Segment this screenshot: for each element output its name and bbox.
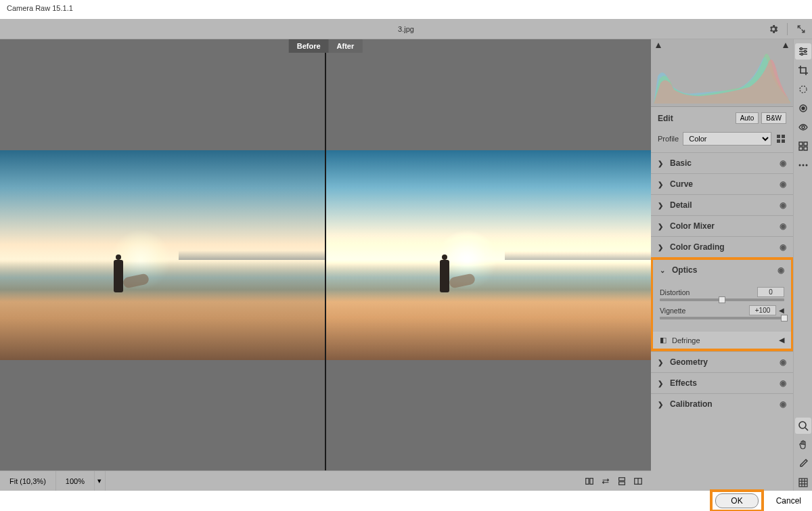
settings-icon[interactable]: [767, 22, 780, 36]
preview-footer: Fit (10,3%) 100% ▾: [0, 470, 651, 491]
tool-rail: [793, 39, 812, 491]
edit-panel: Edit Auto B&W Profile Color ❯Basic◉ ❯Cur…: [651, 39, 793, 491]
reset-arrow-icon[interactable]: ◀: [779, 307, 784, 314]
expand-arrow-icon[interactable]: ◀: [779, 336, 784, 345]
visibility-icon[interactable]: ◉: [780, 221, 786, 231]
color-sampler-icon[interactable]: [795, 456, 811, 472]
svg-rect-32: [799, 479, 807, 487]
svg-line-31: [805, 428, 808, 430]
svg-rect-6: [777, 135, 780, 138]
defringe-row[interactable]: ◧ Defringe ◀: [653, 332, 791, 349]
profile-browser-icon[interactable]: [775, 133, 786, 144]
swap-icon[interactable]: [598, 474, 613, 489]
svg-point-28: [802, 164, 804, 166]
hand-tool-icon[interactable]: [795, 437, 811, 453]
highlight-clipping-icon[interactable]: [782, 42, 789, 49]
distortion-slider[interactable]: Distortion0: [660, 287, 784, 301]
svg-rect-26: [804, 147, 807, 150]
section-optics[interactable]: ⌄ Optics ◉: [653, 260, 791, 280]
crop-tool-icon[interactable]: [795, 62, 811, 79]
ok-button[interactable]: OK: [715, 493, 758, 508]
chevron-right-icon: ❯: [658, 181, 664, 188]
vignette-value[interactable]: +100: [749, 305, 776, 315]
zoom-tool-icon[interactable]: [795, 418, 811, 434]
edit-header: Edit Auto B&W: [651, 107, 793, 129]
chevron-right-icon: ❯: [658, 359, 664, 366]
svg-point-27: [798, 164, 800, 166]
zoom-fit-button[interactable]: Fit (10,3%): [0, 471, 56, 491]
chevron-right-icon: ❯: [658, 202, 664, 209]
profile-label: Profile: [658, 135, 679, 143]
file-name: 3.jpg: [398, 25, 414, 33]
app-title: Camera Raw 15.1.1: [7, 4, 73, 12]
compare-split-h-icon[interactable]: [614, 474, 629, 489]
svg-rect-24: [804, 142, 807, 146]
visibility-icon[interactable]: ◉: [777, 265, 784, 275]
shadow-clipping-icon[interactable]: [655, 42, 662, 49]
preview-area: Before After Fit (10,3%) 100% ▾: [0, 39, 651, 491]
distortion-value[interactable]: 0: [757, 287, 784, 297]
before-label[interactable]: Before: [289, 39, 329, 53]
section-effects[interactable]: ❯Effects◉: [651, 373, 793, 393]
visibility-icon[interactable]: ◉: [780, 242, 786, 252]
fullscreen-icon[interactable]: [794, 22, 808, 36]
svg-rect-23: [799, 142, 803, 146]
profile-row: Profile Color: [651, 129, 793, 152]
visibility-icon[interactable]: ◉: [780, 158, 786, 168]
visibility-icon[interactable]: ◉: [780, 399, 786, 409]
presets-icon[interactable]: [795, 138, 811, 154]
section-curve[interactable]: ❯Curve◉: [651, 174, 793, 194]
vignette-label: Vignette: [660, 307, 685, 315]
svg-point-19: [800, 86, 807, 93]
section-geometry[interactable]: ❯Geometry◉: [651, 352, 793, 372]
dialog-buttons: OK Cancel: [0, 491, 812, 511]
section-detail[interactable]: ❯Detail◉: [651, 195, 793, 215]
visibility-icon[interactable]: ◉: [780, 378, 786, 388]
svg-rect-1: [590, 478, 593, 484]
after-label[interactable]: After: [329, 39, 363, 53]
section-color-mixer[interactable]: ❯Color Mixer◉: [651, 216, 793, 236]
auto-button[interactable]: Auto: [736, 112, 759, 124]
grid-icon[interactable]: [795, 474, 811, 491]
bw-button[interactable]: B&W: [761, 112, 786, 124]
heal-tool-icon[interactable]: [795, 81, 811, 97]
chevron-right-icon: ❯: [658, 223, 664, 230]
chevron-right-icon: ❯: [658, 160, 664, 167]
chevron-right-icon: ❯: [658, 244, 664, 251]
svg-rect-7: [782, 135, 785, 138]
distortion-label: Distortion: [660, 288, 690, 296]
zoom-dropdown[interactable]: ▾: [95, 471, 106, 491]
document-toolbar: 3.jpg: [0, 19, 812, 39]
svg-point-13: [804, 51, 806, 53]
visibility-icon[interactable]: ◉: [780, 200, 786, 210]
chevron-down-icon: ⌄: [660, 267, 667, 274]
redeye-tool-icon[interactable]: [795, 119, 811, 135]
section-basic[interactable]: ❯Basic◉: [651, 153, 793, 173]
mask-tool-icon[interactable]: [795, 100, 811, 116]
cancel-button[interactable]: Cancel: [776, 496, 801, 506]
titlebar: Camera Raw 15.1.1: [0, 0, 812, 19]
visibility-icon[interactable]: ◉: [780, 179, 786, 189]
svg-point-10: [800, 48, 802, 50]
histogram[interactable]: [651, 39, 793, 107]
zoom-100-button[interactable]: 100%: [56, 471, 95, 491]
visibility-icon[interactable]: ◉: [780, 357, 786, 367]
svg-rect-3: [619, 481, 625, 484]
profile-select[interactable]: Color: [683, 132, 771, 146]
svg-rect-25: [799, 147, 803, 150]
edit-label: Edit: [658, 114, 673, 123]
preview-after[interactable]: [326, 39, 651, 470]
svg-rect-0: [586, 478, 589, 484]
svg-point-29: [805, 164, 807, 166]
svg-point-22: [802, 126, 805, 129]
more-icon[interactable]: [795, 157, 811, 173]
section-calibration[interactable]: ❯Calibration◉: [651, 394, 793, 414]
compare-single-icon[interactable]: [631, 474, 646, 489]
section-color-grading[interactable]: ❯Color Grading◉: [651, 237, 793, 257]
edit-tool-icon[interactable]: [795, 43, 811, 60]
compare-split-v-icon[interactable]: [582, 474, 597, 489]
svg-point-16: [800, 53, 803, 55]
preview-before[interactable]: [0, 39, 326, 470]
svg-point-30: [799, 422, 806, 428]
vignette-slider[interactable]: Vignette+100◀: [660, 305, 784, 319]
